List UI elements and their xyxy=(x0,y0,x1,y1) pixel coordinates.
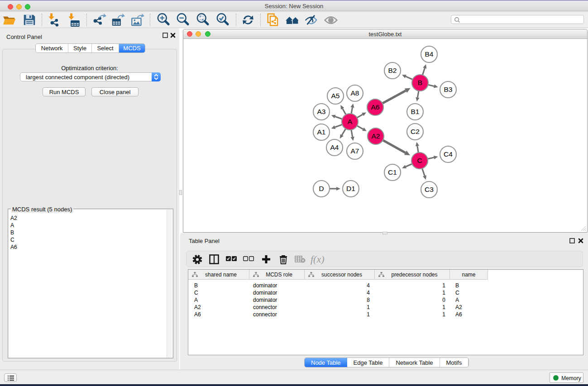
svg-text:A: A xyxy=(348,118,353,125)
svg-text:D1: D1 xyxy=(346,185,355,192)
svg-text:B: B xyxy=(418,79,422,86)
svg-text:D: D xyxy=(319,185,324,192)
svg-text:C4: C4 xyxy=(444,150,453,158)
svg-text:C2: C2 xyxy=(411,128,420,135)
svg-text:C3: C3 xyxy=(425,186,434,193)
svg-text:B2: B2 xyxy=(388,67,397,74)
svg-text:A2: A2 xyxy=(372,132,380,140)
svg-text:A3: A3 xyxy=(317,108,326,115)
svg-text:A7: A7 xyxy=(351,147,359,155)
svg-text:B3: B3 xyxy=(444,86,453,93)
svg-text:C: C xyxy=(417,157,422,164)
svg-text:A5: A5 xyxy=(331,92,340,100)
svg-text:B4: B4 xyxy=(425,50,434,58)
svg-text:A6: A6 xyxy=(371,103,380,111)
svg-text:A8: A8 xyxy=(351,89,359,97)
svg-text:C1: C1 xyxy=(388,168,397,176)
svg-text:A1: A1 xyxy=(317,128,326,136)
svg-text:B1: B1 xyxy=(411,108,420,115)
svg-text:A4: A4 xyxy=(330,143,339,151)
